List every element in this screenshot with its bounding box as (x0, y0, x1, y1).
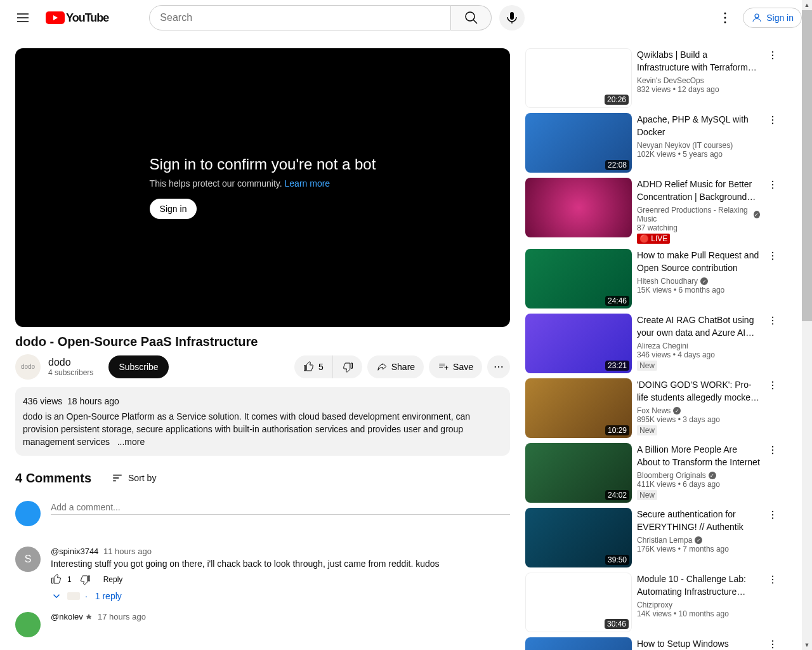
more-vert-icon (767, 114, 778, 126)
sort-button[interactable]: Sort by (112, 472, 156, 484)
video-more-button[interactable] (765, 378, 780, 438)
video-more-button[interactable] (765, 443, 780, 503)
video-channel[interactable]: Kevin's DevSecOps (637, 76, 760, 85)
video-more-button[interactable] (765, 113, 780, 173)
video-title: How to make Pull Request and Open Source… (637, 249, 760, 274)
comment-item: @nkolev 17 hours ago (15, 612, 510, 637)
video-thumbnail[interactable]: 30:46 (525, 573, 632, 632)
video-duration: 24:02 (605, 490, 629, 500)
video-thumbnail[interactable] (525, 637, 632, 650)
share-icon (376, 361, 388, 373)
video-thumbnail[interactable]: 24:02 (525, 443, 632, 503)
video-channel[interactable]: Christian Lempa ✓ (637, 536, 760, 545)
video-channel[interactable]: Alireza Chegini (637, 342, 760, 350)
video-channel[interactable]: Greenred Productions - Relaxing Music ✓ (637, 206, 760, 223)
settings-button[interactable] (712, 5, 738, 30)
scroll-up-icon[interactable]: ▲ (802, 0, 812, 10)
comment-author[interactable]: @nkolev (51, 612, 83, 621)
video-thumbnail[interactable]: 10:29 (525, 378, 632, 438)
comment-time: 11 hours ago (103, 547, 152, 556)
commenter-avatar[interactable] (15, 612, 41, 637)
recommended-video[interactable]: 24:46 How to make Pull Request and Open … (525, 249, 780, 308)
dislike-button[interactable] (333, 355, 362, 378)
svg-point-38 (772, 644, 773, 645)
video-more-button[interactable] (765, 508, 780, 567)
youtube-logo[interactable]: YouTube (46, 11, 108, 25)
video-thumbnail[interactable]: 20:26 (525, 48, 632, 108)
channel-avatar[interactable]: dodo (15, 354, 41, 380)
svg-point-37 (772, 640, 773, 642)
search-input[interactable] (149, 5, 451, 30)
video-more-button[interactable] (765, 573, 780, 632)
recommended-video[interactable]: 23:21 Create AI RAG ChatBot using your o… (525, 314, 780, 373)
voice-search-button[interactable] (499, 5, 525, 30)
recommended-video[interactable]: 22:08 Apache, PHP & MySQL with Docker Ne… (525, 113, 780, 173)
recommended-video[interactable]: 20:26 Qwiklabs | Build a Infrastructure … (525, 48, 780, 108)
channel-name[interactable]: dodo (48, 357, 93, 368)
video-duration: 10:29 (605, 425, 629, 435)
player-overlay-title: Sign in to confirm you're not a bot (150, 156, 376, 173)
video-channel[interactable]: Fox News ✓ (637, 406, 760, 415)
show-more-button[interactable]: ...more (117, 437, 145, 447)
video-duration: 22:08 (605, 160, 629, 170)
video-meta: 176K views • 7 months ago (637, 545, 760, 554)
signin-button[interactable]: Sign in (743, 8, 802, 28)
svg-point-30 (772, 453, 773, 454)
channel-badge-icon (67, 592, 80, 600)
video-channel[interactable]: Bloomberg Originals ✓ (637, 471, 760, 480)
video-more-button[interactable] (765, 249, 780, 308)
svg-point-12 (772, 58, 773, 59)
video-more-button[interactable] (765, 314, 780, 373)
recommended-video[interactable]: 39:50 Secure authentication for EVERYTHI… (525, 508, 780, 567)
recommended-video[interactable]: How to Setup Windows (525, 637, 780, 650)
svg-point-39 (772, 647, 773, 648)
more-actions-button[interactable] (487, 355, 510, 378)
recommended-video[interactable]: 24:02 A Billion More People Are About to… (525, 443, 780, 503)
scrollbar-thumb[interactable] (802, 10, 812, 321)
comment-like-button[interactable] (51, 574, 62, 585)
reply-button[interactable]: Reply (96, 571, 131, 588)
video-thumbnail[interactable] (525, 178, 632, 237)
commenter-avatar[interactable]: S (15, 547, 41, 572)
svg-point-6 (755, 14, 759, 18)
video-meta: 14K views • 10 months ago (637, 609, 760, 618)
more-horiz-icon (493, 361, 504, 373)
video-meta: 15K views • 6 months ago (637, 286, 760, 295)
comment-author[interactable]: @spinix3744 (51, 547, 98, 556)
video-thumbnail[interactable]: 24:46 (525, 249, 632, 308)
video-more-button[interactable] (765, 48, 780, 108)
like-button[interactable]: 5 (294, 355, 333, 378)
hamburger-menu[interactable] (10, 5, 36, 30)
video-more-button[interactable] (765, 178, 780, 244)
view-replies-button[interactable]: · 1 reply (51, 590, 510, 602)
description-text: dodo is an Open-Source Platform as a Ser… (23, 411, 470, 447)
svg-point-27 (772, 388, 773, 389)
recommended-video[interactable]: 30:46 Module 10 - Challenge Lab: Automat… (525, 573, 780, 632)
video-thumbnail[interactable]: 22:08 (525, 113, 632, 173)
subscribe-button[interactable]: Subscribe (108, 355, 168, 378)
verified-icon: ✓ (754, 211, 760, 218)
recommended-video[interactable]: ADHD Relief Music for Better Concentrati… (525, 178, 780, 244)
add-comment-input[interactable] (51, 501, 510, 515)
video-thumbnail[interactable]: 23:21 (525, 314, 632, 373)
scroll-down-icon[interactable]: ▼ (802, 640, 812, 650)
video-thumbnail[interactable]: 39:50 (525, 508, 632, 567)
video-channel[interactable]: Chiziproxy (637, 600, 760, 609)
learn-more-link[interactable]: Learn more (285, 178, 331, 189)
video-more-button[interactable] (765, 637, 780, 650)
video-channel[interactable]: Hitesh Choudhary ✓ (637, 277, 760, 286)
svg-point-33 (772, 517, 773, 519)
recommended-video[interactable]: 10:29 'DOING GOD'S WORK': Pro-life stude… (525, 378, 780, 438)
description-box[interactable]: 436 views 18 hours ago dodo is an Open-S… (15, 387, 510, 456)
video-meta: 832 views • 12 days ago (637, 85, 760, 94)
player-signin-button[interactable]: Sign in (150, 199, 197, 219)
comment-dislike-button[interactable] (79, 574, 91, 585)
search-button[interactable] (451, 5, 492, 30)
share-button[interactable]: Share (367, 355, 424, 378)
video-player[interactable]: Sign in to confirm you're not a bot This… (15, 48, 510, 327)
svg-point-4 (724, 17, 726, 19)
video-channel[interactable]: Nevyan Neykov (IT courses) (637, 141, 760, 150)
svg-point-16 (772, 181, 773, 182)
scrollbar[interactable]: ▲ ▼ (802, 0, 812, 650)
save-button[interactable]: Save (429, 355, 482, 378)
